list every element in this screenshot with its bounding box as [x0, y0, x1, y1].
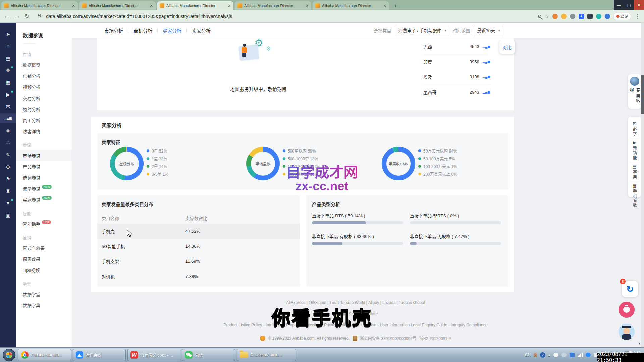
rail-item[interactable]: ▤ [0, 53, 16, 63]
tutor-avatar-button[interactable] [619, 324, 635, 340]
sidebar-item-tips-video[interactable]: Tips视频 [16, 264, 72, 276]
browser-tab[interactable]: Alibaba Manufacturer Director ✕ [1, 1, 78, 10]
wechat-tray-icon[interactable] [553, 353, 558, 357]
scrollbar-track[interactable] [641, 23, 644, 347]
tab-close-icon[interactable]: ✕ [306, 4, 309, 8]
sidebar-item-product-adviser[interactable]: 产品参谋 [16, 161, 72, 172]
sidebar-item-staff-analysis[interactable]: 员工分析 [16, 115, 72, 126]
country-row[interactable]: 巴西 4543 ▂▄▆ [423, 39, 490, 54]
puzzle-extension-icon[interactable] [587, 14, 593, 19]
country-row[interactable]: 印度 3958 ▂▄▆ [423, 54, 490, 69]
sidebar-item-fulfillment-analysis[interactable]: 履约分析 [16, 104, 72, 115]
rail-item[interactable]: ∴ [0, 137, 16, 147]
tool-new-features[interactable]: ▶ 新功能 [630, 138, 640, 162]
taskbar-meeting-button[interactable]: 腾讯会议 [73, 349, 126, 361]
rail-item[interactable]: ✎ [0, 149, 16, 160]
trend-chart-icon[interactable]: ▂▄▆ [483, 45, 490, 48]
tab-close-icon[interactable]: ✕ [383, 4, 386, 8]
tab-seller-analysis[interactable]: 卖家分析 [187, 27, 216, 34]
scrollbar-thumb[interactable] [641, 75, 644, 114]
taskbar-chrome-button[interactable]: Alibaba Manufa... [18, 349, 71, 361]
rail-item[interactable]: ⚑ [0, 174, 16, 184]
maximize-button[interactable]: ▢ [624, 0, 634, 10]
rail-item[interactable]: ☻ [0, 125, 16, 135]
rail-item[interactable]: ➤ [0, 29, 16, 39]
rail-item[interactable]: ✉ [0, 101, 16, 111]
tab-close-icon[interactable]: ✕ [150, 4, 153, 8]
time-range-select[interactable]: 最近30天 ▾ [474, 26, 503, 35]
meeting-tray-icon[interactable] [586, 353, 591, 357]
sidebar-item-trade-analysis[interactable]: 交易分析 [16, 93, 72, 104]
taskbar-explorer-button[interactable]: C:\Users\Admini... [237, 349, 296, 361]
back-icon[interactable]: ← [4, 13, 10, 20]
new-tab-button[interactable]: + [392, 2, 400, 10]
taskbar-wechat-button[interactable]: 微信 [182, 349, 235, 361]
country-row[interactable]: 埃及 3198 ▂▄▆ [423, 69, 490, 84]
browser-tab[interactable]: Alibaba Manufacturer Director ✕ [313, 1, 389, 10]
tab-close-icon[interactable]: ✕ [228, 4, 231, 8]
sidebar-item-market-adviser[interactable]: 市场参谋 [16, 150, 72, 161]
security-tray-icon[interactable] [570, 353, 575, 357]
sidebar-item-traffic-adviser[interactable]: 流量参谋NEW [16, 183, 72, 194]
scrollbar-down-icon[interactable]: ▾ [638, 341, 640, 346]
rail-item[interactable]: ❖ [0, 65, 16, 75]
sidebar-item-keyword-adviser[interactable]: 选词参谋 [16, 172, 72, 183]
rail-item[interactable]: ▣ [0, 210, 16, 220]
sidebar-item-data-dictionary[interactable]: 数据字典 [16, 300, 72, 311]
tool-dictionary[interactable]: ▤ 字典 [630, 162, 640, 181]
network-tray-icon[interactable] [561, 353, 567, 357]
extension-icon[interactable] [570, 14, 575, 19]
help-tray-icon[interactable]: ? [540, 352, 545, 358]
reload-icon[interactable]: ↻ [25, 13, 30, 20]
rail-item[interactable]: ♜ [0, 186, 16, 196]
tab-market-analysis[interactable]: 市场分析 [99, 27, 128, 34]
sidebar-item-p4p-effect[interactable]: 直通车效果 [16, 242, 72, 253]
customer-service-panel[interactable]: 专属客服 [628, 74, 641, 109]
tool-must-learn[interactable]: ⊡ 必学 [630, 119, 640, 138]
country-row[interactable]: 墨西哥 2943 ▂▄▆ [423, 84, 490, 99]
compare-button[interactable]: 对比 [499, 40, 515, 54]
trend-chart-icon[interactable]: ▂▄▆ [483, 75, 490, 78]
signal-tray-icon[interactable] [578, 353, 583, 357]
browser-tab-active[interactable]: Alibaba Manufacturer Director ✕ [157, 1, 233, 10]
sidebar-item-shop-analysis[interactable]: 店铺分析 [16, 70, 72, 81]
sogou-ime-icon[interactable]: S [534, 352, 537, 358]
bookmark-star-icon[interactable]: ☆ [545, 13, 549, 19]
address-input[interactable]: data.alibaba.com/adviser/market?cateId=1… [46, 14, 533, 19]
rail-item[interactable]: ▶ [0, 89, 16, 99]
extension-icon[interactable] [552, 14, 558, 19]
tab-buyer-analysis[interactable]: 买家分析 [158, 27, 186, 34]
tool-mobile-data[interactable]: ▦ 手机看数 [630, 181, 640, 209]
taskbar-wps-button[interactable]: W 流程演说.docx - ... [127, 349, 180, 361]
forward-icon[interactable]: → [14, 13, 20, 20]
minimize-button[interactable]: — [614, 0, 624, 10]
table-row[interactable]: 手机支架 11.69% [97, 254, 300, 269]
rail-item-active[interactable]: ▁▄▆ [0, 113, 16, 123]
browser-menu-icon[interactable]: ⋮ [634, 13, 640, 20]
sidebar-item-data-school[interactable]: 数据学堂 [16, 289, 72, 300]
sidebar-item-data-overview[interactable]: 数据概览 [16, 59, 72, 70]
sidebar-item-ai-assistant[interactable]: 智能助手HOT [16, 218, 72, 229]
sidebar-item-visitor-detail[interactable]: 访客详情 [16, 126, 72, 137]
extension-icon[interactable] [561, 14, 567, 19]
sidebar-item-video-analysis[interactable]: 视频分析 [16, 81, 72, 93]
sidebar-item-showcase-effect[interactable]: 橱窗效果 [16, 253, 72, 264]
browser-tab[interactable]: Alibaba Manufacturer Director ✕ [79, 1, 156, 10]
error-extension-badge[interactable]: 错误 [613, 13, 631, 20]
tab-opportunity-analysis[interactable]: 商机分析 [128, 27, 157, 34]
table-row[interactable]: 5G智能手机 14.36% [97, 239, 300, 254]
sync-float-button[interactable]: ↻ 5 [622, 281, 638, 297]
extension-icon[interactable] [596, 14, 601, 19]
tab-close-icon[interactable]: ✕ [72, 4, 75, 8]
tray-expand-icon[interactable]: ▴ [548, 353, 550, 357]
close-button[interactable]: ✕ [634, 0, 644, 10]
start-button[interactable] [3, 349, 15, 361]
rail-item[interactable]: ▦ [0, 77, 16, 87]
rail-item[interactable]: ⊕ [0, 162, 16, 172]
trend-chart-icon[interactable]: ▂▄▆ [483, 90, 490, 94]
table-row[interactable]: 对讲机 7.88% [97, 269, 300, 284]
rail-item[interactable]: ♥ [0, 198, 16, 208]
profile-avatar[interactable] [605, 14, 610, 19]
extension-a-icon[interactable]: A [579, 14, 584, 19]
sidebar-item-buyer-adviser[interactable]: 买家参谋NEW [16, 194, 72, 205]
